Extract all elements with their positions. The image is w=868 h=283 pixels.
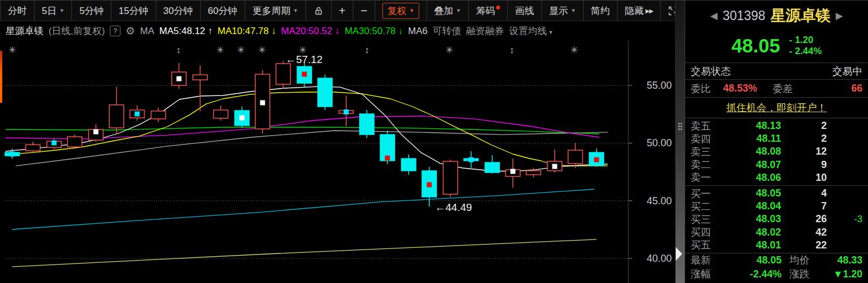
weibi-row: 委比 48.53% 委差 66 — [685, 80, 868, 98]
divider-grip-icon[interactable] — [678, 122, 683, 130]
avg-price-value: 48.33 — [824, 255, 862, 266]
stock-header: ◀ 301398 星源卓镁 ▶ — [685, 1, 868, 28]
next-stock-button[interactable]: ▶ — [836, 10, 843, 22]
candle-up — [89, 124, 103, 142]
event-flower-marker-icon: ✳ — [570, 45, 578, 55]
candle-up — [172, 63, 186, 89]
candle-up — [214, 105, 228, 121]
ask-level-row[interactable]: 卖五48.132 — [685, 119, 868, 132]
tab-15min[interactable]: 15分钟 — [111, 1, 156, 21]
arrow-down-icon: ↓ — [332, 26, 340, 36]
weibi-value: 48.53% — [723, 83, 757, 94]
candle-down — [464, 151, 478, 168]
caret-down-icon: ▼ — [547, 30, 553, 35]
caret-down-icon: ▼ — [409, 8, 414, 13]
candle-marker-icon — [10, 151, 15, 156]
open-account-link[interactable]: 抓住机会，即刻开户！ — [726, 101, 827, 114]
price-block: 48.05 - 1.20 - 2.44% — [685, 28, 868, 63]
weicha-label: 委差 — [773, 82, 793, 95]
display-button[interactable]: 显示▼ — [542, 1, 584, 21]
zoom-out-button[interactable]: − — [353, 1, 375, 21]
promo-row: 抓住机会，即刻开户！ — [685, 98, 868, 118]
adjust-button[interactable]: 复权▼ — [375, 1, 427, 21]
candle-marker-icon — [469, 157, 474, 162]
event-flower-marker-icon: ✳ — [445, 45, 453, 55]
candle-down — [235, 107, 249, 128]
margin-trading-button[interactable]: 融资融券 — [466, 25, 504, 37]
event-flower-marker-icon: ✳ — [258, 45, 265, 55]
price-annotation: ←57.12 — [285, 54, 323, 65]
candle-marker-icon — [52, 140, 57, 145]
chg-value: ▼1.20 — [824, 268, 862, 280]
toolbar: 分时5日▼5分钟15分钟30分钟60分钟更多周期▼+−复权▼叠加▼筹码画线显示▼… — [0, 1, 675, 21]
overlay-button[interactable]: 叠加▼ — [427, 1, 469, 21]
tab-60min[interactable]: 60分钟 — [201, 1, 245, 21]
candle-up — [506, 159, 520, 188]
candle-marker-icon — [135, 112, 140, 117]
lock-icon — [313, 6, 324, 16]
candle-down — [297, 63, 312, 87]
price-change: - 1.20 — [789, 35, 822, 46]
candlestick-chart[interactable]: 55.0050.0045.0040.00✳↕✳✳✳✳↕✳↕✳←57.12←44.… — [0, 41, 675, 283]
trade-status-row: 交易状态 交易中 — [685, 63, 868, 80]
latest-row: 最新 48.05 均价 48.33 — [685, 253, 868, 267]
convertible-bond-button[interactable]: 可转债 — [433, 25, 461, 37]
zoom-in-button[interactable]: + — [332, 1, 353, 21]
event-strip — [0, 51, 2, 103]
tab-minute-line[interactable]: 分时 — [1, 1, 35, 21]
y-axis-label: 45.00 — [647, 195, 672, 207]
caret-down-icon: ▼ — [571, 8, 576, 13]
chart-mode: (日线,前复权) — [49, 25, 105, 37]
panel-divider[interactable]: ▶ — [675, 1, 685, 283]
collapse-panel-arrow-icon[interactable]: ▶ — [676, 235, 682, 270]
ask-level-row[interactable]: 卖一48.0610 — [685, 171, 868, 184]
ma-line-ma120 — [12, 189, 594, 229]
bid-level-row[interactable]: 买一48.054 — [685, 187, 868, 200]
latest-label: 最新 — [691, 253, 723, 267]
bid-level-row[interactable]: 买二48.047 — [685, 200, 868, 213]
candle-up — [151, 108, 166, 122]
stock-code: 301398 — [722, 8, 765, 23]
change-row: 涨幅 -2.44% 涨跌 ▼1.20 — [685, 267, 868, 281]
stock-name: 星源卓镁 — [770, 6, 831, 26]
tab-5min[interactable]: 5分钟 — [72, 1, 111, 21]
draw-line-button[interactable]: 画线 — [508, 1, 542, 21]
chips-button[interactable]: 筹码 — [469, 1, 508, 21]
pct-value: -2.44% — [723, 268, 782, 280]
arrow-down-icon: ↓ — [269, 26, 276, 36]
hide-button[interactable]: 隐藏▶▶ — [618, 1, 661, 21]
help-button[interactable]: ? — [110, 26, 120, 36]
ask-level-row[interactable]: 卖四48.112 — [685, 132, 868, 145]
bid-level-row[interactable]: 买五48.0122 — [685, 239, 868, 252]
bid-level-row[interactable]: 买四48.0242 — [685, 226, 868, 239]
latest-value: 48.05 — [723, 255, 782, 266]
tab-5day[interactable]: 5日▼ — [35, 1, 72, 21]
candle-marker-icon — [240, 116, 245, 121]
trade-status-value: 交易中 — [832, 65, 862, 78]
prev-stock-button[interactable]: ◀ — [710, 10, 717, 22]
y-axis-label: 55.00 — [647, 80, 672, 91]
tab-30min[interactable]: 30分钟 — [156, 1, 201, 21]
ma10-value: MA10:47.78 ↓ — [217, 26, 276, 37]
caret-down-icon: ▼ — [59, 8, 64, 13]
event-flower-marker-icon: ✳ — [237, 45, 244, 55]
ma-line-ma250 — [12, 239, 597, 267]
price-change-pct: - 2.44% — [789, 46, 822, 57]
ma-settings-button[interactable]: 设置均线 ▼ — [509, 25, 553, 37]
simple-mode-button[interactable]: 简约 — [584, 1, 618, 21]
ask-level-row[interactable]: 卖二48.079 — [685, 159, 868, 171]
quote-panel: ◀ 301398 星源卓镁 ▶ 48.05 - 1.20 - 2.44% 交易状… — [685, 1, 868, 283]
bid-level-row[interactable]: 买三48.0326-3 — [685, 213, 868, 226]
candle-up — [547, 150, 562, 172]
lock-button[interactable] — [306, 1, 332, 21]
trade-status-label: 交易状态 — [691, 65, 731, 78]
arrow-down-icon: ↓ — [396, 26, 403, 36]
ask-level-row[interactable]: 卖三48.0812 — [685, 145, 868, 158]
arrow-up-icon: ↑ — [205, 26, 212, 36]
ma-line-ma60 — [16, 131, 608, 166]
more-periods-button[interactable]: 更多周期▼ — [245, 1, 306, 21]
candle-marker-icon — [94, 129, 99, 135]
candle-down — [318, 75, 332, 110]
ma5-value: MA5:48.12 ↑ — [159, 26, 212, 37]
candle-marker-icon — [302, 71, 307, 76]
